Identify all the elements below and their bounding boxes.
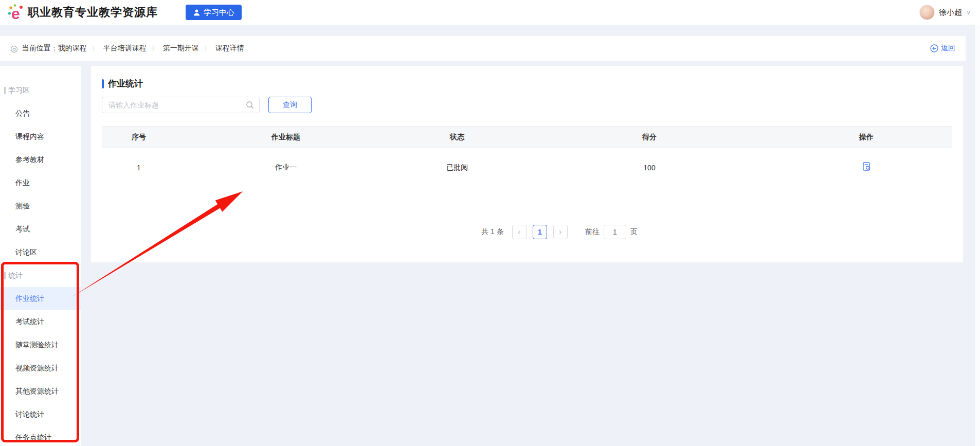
app-header: e 职业教育专业教学资源库 学习中心 徐小超 ∨ xyxy=(0,0,980,25)
cell-score: 100 xyxy=(518,148,781,187)
person-icon xyxy=(193,9,201,16)
sidebar-item-exam-stats[interactable]: 考试统计 xyxy=(0,310,81,333)
view-details-button[interactable] xyxy=(862,162,871,172)
search-icon xyxy=(245,100,255,110)
homework-table: 序号 作业标题 状态 得分 操作 1 作业一 已批阅 100 xyxy=(102,126,952,187)
sidebar-item-other-resource-stats[interactable]: 其他资源统计 xyxy=(0,380,81,403)
learning-center-button[interactable]: 学习中心 xyxy=(186,5,242,20)
chevron-down-icon: ∨ xyxy=(966,9,971,16)
column-header-status: 状态 xyxy=(396,127,518,148)
current-page-button[interactable]: 1 xyxy=(533,225,547,239)
app-logo-icon: e xyxy=(7,3,25,22)
svg-text:e: e xyxy=(11,5,20,22)
sidebar-item-discussion-stats[interactable]: 讨论统计 xyxy=(0,403,81,426)
total-count: 共 1 条 xyxy=(481,227,504,237)
table-header-row: 序号 作业标题 状态 得分 操作 xyxy=(102,127,952,148)
sidebar-section-statistics: 统计 xyxy=(0,264,81,287)
page-title-block: 作业统计 xyxy=(102,78,143,90)
sidebar-item-homework[interactable]: 作业 xyxy=(0,171,81,194)
query-button[interactable]: 查询 xyxy=(268,97,312,113)
cell-status: 已批阅 xyxy=(396,148,518,187)
sidebar-item-homework-stats[interactable]: 作业统计 xyxy=(0,287,81,310)
sidebar-item-discussion[interactable]: 讨论区 xyxy=(0,241,81,264)
app-title: 职业教育专业教学资源库 xyxy=(28,5,158,20)
goto-label: 前往 xyxy=(585,227,600,237)
sidebar-item-task-point-stats[interactable]: 任务点统计 xyxy=(0,426,81,446)
goto-page-input[interactable] xyxy=(604,225,626,239)
scrollbar-track[interactable] xyxy=(974,0,980,446)
breadcrumb-bar: ◎ 当前位置： 我的课程 〉 平台培训课程 〉 第一期开课 〉 课程详情 返回 xyxy=(0,36,966,61)
breadcrumb-item-first-session[interactable]: 第一期开课 xyxy=(163,44,199,53)
breadcrumb-separator: 〉 xyxy=(152,44,158,53)
back-label: 返回 xyxy=(941,44,955,53)
breadcrumb-prefix: 当前位置： xyxy=(22,44,58,53)
sidebar-item-video-resource-stats[interactable]: 视频资源统计 xyxy=(0,356,81,380)
prev-page-button[interactable]: ‹ xyxy=(512,225,527,239)
breadcrumb-separator: 〉 xyxy=(204,44,210,53)
document-search-icon xyxy=(862,162,871,172)
section-bar xyxy=(4,272,6,279)
sidebar-item-announcements[interactable]: 公告 xyxy=(0,102,81,125)
sidebar-item-quiz[interactable]: 测验 xyxy=(0,194,81,218)
pagination: 共 1 条 ‹ 1 › 前往 页 xyxy=(134,224,980,240)
user-name: 徐小超 xyxy=(939,8,962,17)
breadcrumb-separator: 〉 xyxy=(92,44,98,53)
page-unit-label: 页 xyxy=(630,227,638,237)
page-title: 作业统计 xyxy=(108,78,143,90)
learning-center-label: 学习中心 xyxy=(204,8,234,17)
sidebar: 学习区 公告 课程内容 参考教材 作业 测验 考试 讨论区 统计 作业统计 考试… xyxy=(0,66,81,446)
breadcrumb-item-course-detail: 课程详情 xyxy=(215,44,244,53)
table-row: 1 作业一 已批阅 100 xyxy=(102,148,952,187)
sidebar-item-course-content[interactable]: 课程内容 xyxy=(0,125,81,148)
user-menu[interactable]: 徐小超 ∨ xyxy=(919,5,971,20)
user-avatar[interactable] xyxy=(919,5,935,20)
back-arrow-icon xyxy=(930,44,938,52)
back-link[interactable]: 返回 xyxy=(930,44,955,53)
next-page-button[interactable]: › xyxy=(553,225,568,239)
sidebar-item-reference-materials[interactable]: 参考教材 xyxy=(0,148,81,171)
search-input[interactable] xyxy=(102,97,260,113)
column-header-actions: 操作 xyxy=(781,127,952,148)
location-icon: ◎ xyxy=(10,43,18,54)
sidebar-item-quiz-stats[interactable]: 随堂测验统计 xyxy=(0,333,81,356)
column-header-no: 序号 xyxy=(102,127,176,148)
breadcrumb-item-platform-training[interactable]: 平台培训课程 xyxy=(103,44,147,53)
search-row: 查询 xyxy=(102,97,312,113)
breadcrumb-item-my-courses[interactable]: 我的课程 xyxy=(58,44,87,53)
column-header-score: 得分 xyxy=(518,127,781,148)
search-field-wrap xyxy=(102,97,260,113)
sidebar-item-exam[interactable]: 考试 xyxy=(0,218,81,241)
cell-title: 作业一 xyxy=(176,148,396,187)
title-accent-bar xyxy=(102,79,104,88)
sidebar-section-study: 学习区 xyxy=(0,79,81,102)
main-card: 作业统计 查询 序号 作业标题 状态 得分 操作 xyxy=(91,66,963,262)
column-header-title: 作业标题 xyxy=(176,127,396,148)
section-bar xyxy=(4,87,6,94)
cell-no: 1 xyxy=(102,148,176,187)
